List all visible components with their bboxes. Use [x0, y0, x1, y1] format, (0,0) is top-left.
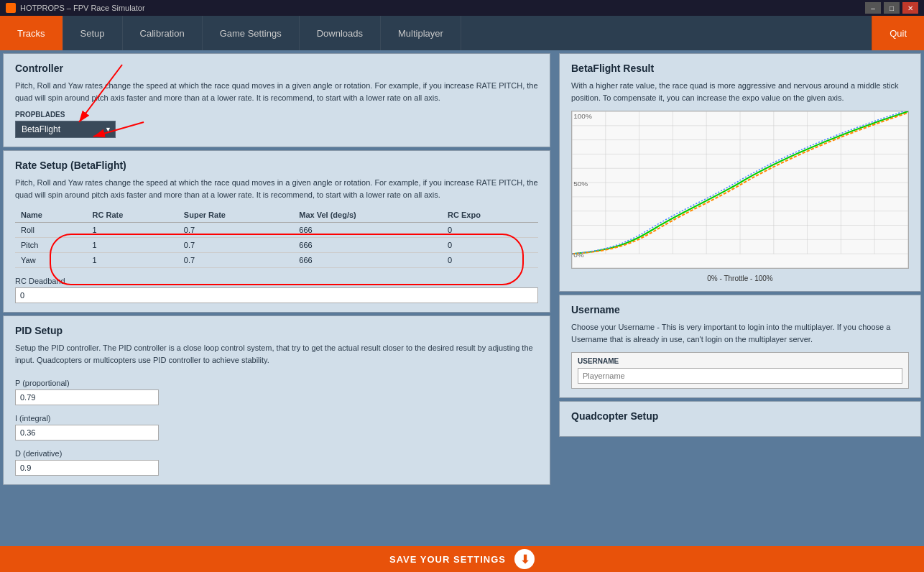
pid-inputs: P (proportional) I (integral) D (derivat… — [15, 373, 538, 476]
nav-setup[interactable]: Setup — [63, 16, 123, 50]
rate-table: Name RC Rate Super Rate Max Vel (deg/s) … — [15, 208, 538, 268]
pid-p-label: P (proportional) — [15, 379, 538, 387]
row-yaw-rc-rate: 1 — [87, 253, 178, 268]
nav-game-settings[interactable]: Game Settings — [203, 16, 300, 50]
pid-d-wrapper: D (derivative) — [15, 443, 538, 476]
username-input[interactable] — [578, 368, 902, 384]
controller-desc: Pitch, Roll and Yaw rates change the spe… — [15, 80, 538, 103]
close-button[interactable]: ✕ — [902, 2, 918, 14]
pid-setup-section: PID Setup Setup the PID controller. The … — [3, 315, 550, 485]
pid-i-wrapper: I (integral) — [15, 408, 538, 440]
row-pitch-rc-rate: 1 — [87, 238, 178, 253]
rate-setup-title: Rate Setup (BetaFlight) — [15, 160, 538, 171]
betaflight-result-desc: With a higher rate value, the race quad … — [571, 80, 909, 103]
col-rc-expo: RC Expo — [442, 208, 538, 223]
pid-desc: Setup the PID controller. The PID contro… — [15, 342, 538, 366]
row-roll-rc-rate: 1 — [87, 223, 178, 238]
row-yaw-super-rate: 0.7 — [178, 253, 293, 268]
username-section: Username Choose your Username - This is … — [559, 295, 921, 398]
rate-table-header-row: Name RC Rate Super Rate Max Vel (deg/s) … — [15, 208, 538, 223]
chart-x-label: 0% - Throttle - 100% — [571, 275, 909, 282]
col-max-vel: Max Vel (deg/s) — [293, 208, 442, 223]
nav-multiplayer[interactable]: Multiplayer — [381, 16, 461, 50]
row-pitch-max-vel: 666 — [293, 238, 442, 253]
nav-calibration[interactable]: Calibration — [123, 16, 203, 50]
row-pitch-rc-expo: 0 — [442, 238, 538, 253]
row-roll-name: Roll — [15, 223, 87, 238]
propblades-label: PROPBLADES — [15, 111, 538, 119]
right-panel: BetaFlight Result With a higher rate val… — [553, 50, 924, 546]
window-controls[interactable]: – □ ✕ — [865, 2, 918, 14]
betaflight-result-section: BetaFlight Result With a higher rate val… — [559, 53, 921, 292]
rate-setup-desc: Pitch, Roll and Yaw rates change the spe… — [15, 177, 538, 200]
nav-tracks[interactable]: Tracks — [0, 16, 63, 50]
col-name: Name — [15, 208, 87, 223]
chart-svg: 100% 50% 0% — [572, 111, 908, 268]
quadcopter-setup-section: Quadcopter Setup — [559, 401, 921, 437]
username-desc: Choose your Username - This is very impo… — [571, 321, 909, 345]
app-icon — [6, 3, 16, 13]
row-roll-max-vel: 666 — [293, 223, 442, 238]
rate-setup-section: Rate Setup (BetaFlight) Pitch, Roll and … — [3, 150, 550, 313]
controller-title: Controller — [15, 63, 538, 74]
pid-i-label: I (integral) — [15, 414, 538, 423]
table-row: Pitch 1 0.7 666 0 — [15, 238, 538, 253]
betaflight-chart: 100% 50% 0% — [571, 111, 909, 269]
row-yaw-max-vel: 666 — [293, 253, 442, 268]
row-roll-rc-expo: 0 — [442, 223, 538, 238]
controller-section: Controller Pitch, Roll and Yaw rates cha… — [3, 53, 550, 147]
title-bar: HOTPROPS – FPV Race Simulator – □ ✕ — [0, 0, 924, 16]
col-super-rate: Super Rate — [178, 208, 293, 223]
quadcopter-title: Quadcopter Setup — [571, 410, 909, 422]
left-panel: Controller Pitch, Roll and Yaw rates cha… — [0, 50, 553, 546]
quit-button[interactable]: Quit — [872, 16, 924, 50]
username-input-wrapper: USERNAME — [571, 352, 909, 389]
pid-title: PID Setup — [15, 325, 538, 336]
row-yaw-rc-expo: 0 — [442, 253, 538, 268]
download-icon: ⬇ — [514, 549, 535, 569]
maximize-button[interactable]: □ — [884, 2, 900, 14]
username-title: Username — [571, 304, 909, 315]
pid-d-label: D (derivative) — [15, 449, 538, 458]
row-roll-super-rate: 0.7 — [178, 223, 293, 238]
username-input-label: USERNAME — [578, 357, 902, 365]
row-yaw-name: Yaw — [15, 253, 87, 268]
svg-text:50%: 50% — [573, 180, 588, 188]
col-rc-rate: RC Rate — [87, 208, 178, 223]
save-settings-bar[interactable]: SAVE YOUR SETTINGS ⬇ — [0, 546, 924, 572]
row-pitch-name: Pitch — [15, 238, 87, 253]
app-title: HOTPROPS – FPV Race Simulator — [20, 4, 145, 12]
pid-p-input[interactable] — [15, 389, 159, 405]
svg-text:100%: 100% — [573, 112, 592, 119]
rc-deadband-label: RC Deadband — [15, 277, 538, 285]
save-settings-label: SAVE YOUR SETTINGS — [389, 554, 506, 565]
rate-table-wrapper: Name RC Rate Super Rate Max Vel (deg/s) … — [15, 208, 538, 268]
pid-p-wrapper: P (proportional) — [15, 373, 538, 405]
table-row: Roll 1 0.7 666 0 — [15, 223, 538, 238]
minimize-button[interactable]: – — [865, 2, 881, 14]
pid-i-input[interactable] — [15, 425, 159, 440]
rc-deadband-input[interactable] — [15, 287, 538, 303]
propblades-dropdown-wrapper: BetaFlight Raceflight KISS — [15, 121, 116, 138]
propblades-dropdown[interactable]: BetaFlight Raceflight KISS — [15, 121, 116, 138]
main-content: Controller Pitch, Roll and Yaw rates cha… — [0, 50, 924, 546]
row-pitch-super-rate: 0.7 — [178, 238, 293, 253]
pid-d-input[interactable] — [15, 460, 159, 476]
nav-downloads[interactable]: Downloads — [300, 16, 381, 50]
nav-bar: Tracks Setup Calibration Game Settings D… — [0, 16, 924, 50]
betaflight-result-title: BetaFlight Result — [571, 63, 909, 74]
table-row: Yaw 1 0.7 666 0 — [15, 253, 538, 268]
